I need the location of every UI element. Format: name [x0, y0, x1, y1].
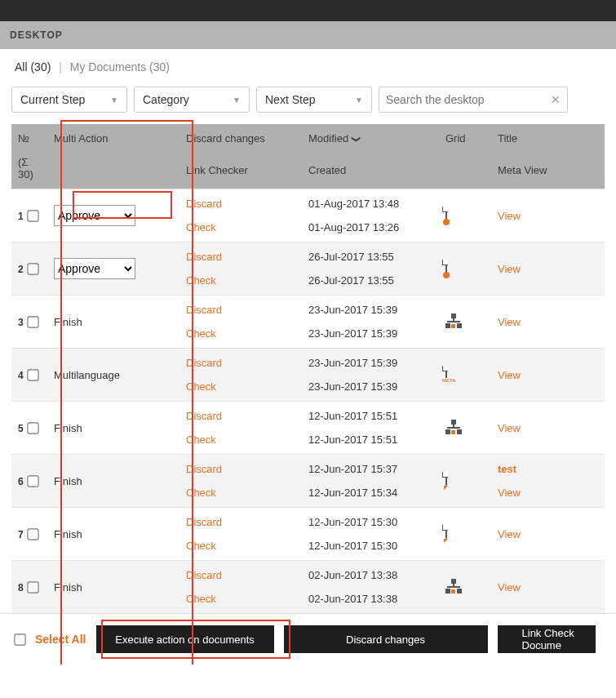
view-link[interactable]: View [498, 316, 598, 328]
modified-date: 26-Jul-2017 13:55 [308, 251, 432, 263]
header-discard-changes[interactable]: Discard changes [179, 124, 302, 156]
select-all-checkbox[interactable] [14, 634, 25, 645]
select-all-label[interactable]: Select All [35, 633, 86, 646]
sitemap-icon [445, 579, 462, 594]
multi-action-text: Finish [54, 475, 82, 487]
table-row: 5 FinishDiscardCheck12-Jun-2017 15:5112-… [11, 402, 605, 455]
filter-current-step-label: Current Step [20, 93, 85, 106]
view-link[interactable]: View [498, 581, 598, 594]
multi-action-select[interactable]: Approve [54, 258, 135, 279]
modified-date: 23-Jun-2017 15:39 [308, 304, 432, 316]
multi-action-text: Finish [54, 528, 82, 540]
view-link[interactable]: View [498, 487, 598, 499]
header-title[interactable]: Title [491, 124, 605, 156]
document-icon [445, 526, 460, 542]
created-date: 12-Jun-2017 15:30 [308, 540, 432, 552]
clear-search-icon[interactable]: ✕ [551, 93, 561, 106]
search-box: ✕ [379, 87, 568, 113]
row-checkbox[interactable] [28, 476, 39, 487]
table-row: 6 FinishDiscardCheck12-Jun-2017 15:3712-… [11, 455, 605, 508]
check-link[interactable]: Check [186, 380, 295, 393]
row-checkbox[interactable] [28, 529, 39, 540]
discard-link[interactable]: Discard [186, 463, 295, 475]
view-link[interactable]: View [498, 422, 598, 434]
discard-link[interactable]: Discard [186, 516, 295, 528]
multi-action-text: Finish [54, 316, 82, 328]
sitemap-icon [445, 313, 462, 328]
table-row: 7 FinishDiscardCheck12-Jun-2017 15:3012-… [11, 508, 605, 561]
header-multi-action: Multi Action [47, 124, 179, 189]
header-number: № (Σ 30) [11, 124, 47, 189]
modified-date: 23-Jun-2017 15:39 [308, 357, 432, 369]
modified-date: 02-Jun-2017 13:38 [308, 569, 432, 581]
execute-action-button[interactable]: Execute action on documents [96, 625, 274, 653]
row-checkbox[interactable] [28, 211, 39, 222]
discard-changes-button[interactable]: Discard changes [284, 625, 488, 653]
check-link[interactable]: Check [186, 327, 295, 340]
discard-link[interactable]: Discard [186, 569, 295, 581]
link-check-button[interactable]: Link Check Docume [498, 625, 596, 653]
top-bar [0, 0, 616, 21]
modified-date: 01-Aug-2017 13:48 [308, 198, 432, 210]
check-link[interactable]: Check [186, 433, 295, 446]
view-link[interactable]: View [498, 263, 598, 275]
discard-link[interactable]: Discard [186, 304, 295, 316]
discard-link[interactable]: Discard [186, 198, 295, 210]
view-link[interactable]: View [498, 528, 598, 540]
row-number: 6 [18, 476, 24, 487]
document-icon [445, 260, 460, 277]
header-grid: Grid [439, 124, 491, 189]
tab-my-documents[interactable]: My Documents (30) [70, 60, 170, 73]
row-checkbox[interactable] [28, 370, 39, 381]
row-number: 7 [18, 529, 24, 540]
view-link[interactable]: View [498, 210, 598, 222]
caret-down-icon: ▼ [233, 96, 241, 104]
row-checkbox[interactable] [28, 582, 39, 594]
created-date: 02-Jun-2017 13:38 [308, 593, 432, 605]
multi-action-text: Finish [54, 581, 82, 594]
header-meta-view[interactable]: Meta View [491, 156, 605, 189]
discard-link[interactable]: Discard [186, 251, 295, 263]
row-number: 3 [18, 317, 24, 328]
document-icon [445, 207, 460, 224]
filter-category-label: Category [143, 93, 189, 106]
row-title-link[interactable]: test [498, 463, 598, 475]
sort-desc-icon: ❮ [350, 136, 361, 143]
view-link[interactable]: View [498, 369, 598, 381]
table-row: 3 FinishDiscardCheck23-Jun-2017 15:3923-… [11, 296, 605, 349]
table-row: 1 ApproveDiscardCheck01-Aug-2017 13:4801… [11, 189, 605, 242]
header-link-checker[interactable]: Link Checker [179, 156, 302, 189]
multi-action-text: Multilanguage [54, 369, 120, 381]
check-link[interactable]: Check [186, 540, 295, 552]
header-modified[interactable]: Modified❮ [302, 124, 439, 156]
filter-bar: Current Step ▼ Category ▼ Next Step ▼ ✕ [11, 87, 605, 124]
row-checkbox[interactable] [28, 317, 39, 328]
header-created[interactable]: Created [302, 156, 439, 189]
table-row: 8 FinishDiscardCheck02-Jun-2017 13:3802-… [11, 561, 605, 614]
tab-bar: All (30) | My Documents (30) [11, 49, 605, 87]
check-link[interactable]: Check [186, 221, 295, 233]
created-date: 12-Jun-2017 15:51 [308, 433, 432, 446]
row-number: 2 [18, 264, 24, 275]
modified-date: 12-Jun-2017 15:51 [308, 410, 432, 422]
filter-next-step[interactable]: Next Step ▼ [256, 87, 372, 113]
multi-action-text: Finish [54, 422, 82, 434]
created-date: 26-Jul-2017 13:55 [308, 274, 432, 287]
search-input[interactable] [386, 93, 551, 106]
row-checkbox[interactable] [28, 423, 39, 434]
modified-date: 12-Jun-2017 15:37 [308, 463, 432, 475]
row-number: 8 [18, 582, 24, 594]
check-link[interactable]: Check [186, 274, 295, 287]
discard-link[interactable]: Discard [186, 357, 295, 369]
created-date: 12-Jun-2017 15:34 [308, 487, 432, 499]
check-link[interactable]: Check [186, 487, 295, 499]
row-number: 4 [18, 370, 24, 381]
filter-current-step[interactable]: Current Step ▼ [11, 87, 127, 113]
multi-action-select[interactable]: Approve [54, 205, 135, 226]
check-link[interactable]: Check [186, 593, 295, 605]
table-row: 4 MultilanguageDiscardCheck23-Jun-2017 1… [11, 349, 605, 402]
tab-all[interactable]: All (30) [15, 60, 51, 73]
filter-category[interactable]: Category ▼ [134, 87, 250, 113]
row-checkbox[interactable] [28, 264, 39, 275]
discard-link[interactable]: Discard [186, 410, 295, 422]
